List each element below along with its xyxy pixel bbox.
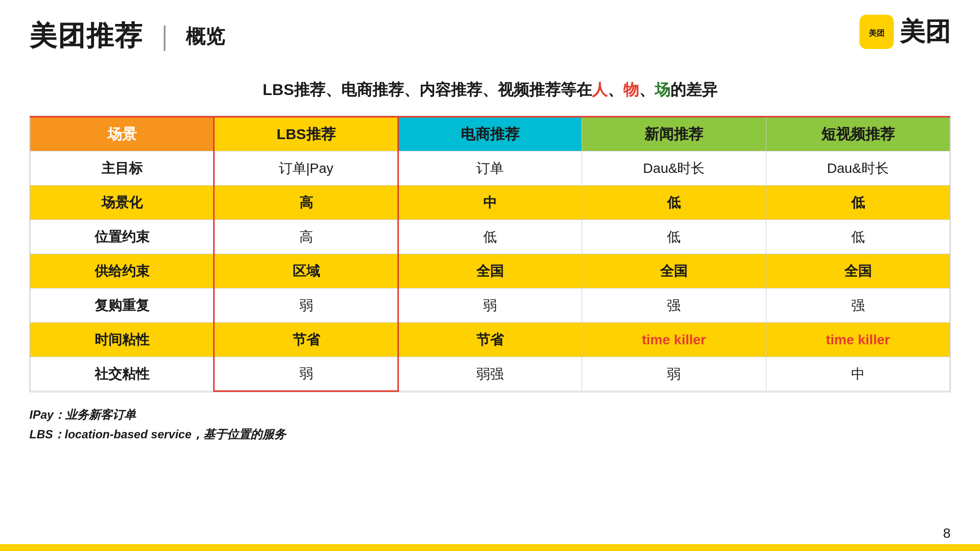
cell-video: 低 [766,186,950,220]
cell-lbs: 区域 [214,254,398,288]
cell-ecom: 低 [398,220,582,254]
cell-lbs: 高 [214,186,398,220]
cell-lbs: 节省 [214,323,398,357]
footnote-ipay: IPay：业务新客订单 [29,407,951,423]
cell-ecom: 全国 [398,254,582,288]
bottom-bar [0,544,980,551]
cell-ecom: 弱 [398,288,582,323]
cell-news: 低 [582,220,766,254]
cell-scene: 场景化 [30,186,214,220]
cell-video: 强 [766,288,950,323]
cell-video: 全国 [766,254,950,288]
page-subtitle: 概览 [186,23,225,50]
highlight-place: 场 [655,81,670,98]
comparison-table: 场景 LBS推荐 电商推荐 新闻推荐 短视频推荐 主目标 订单|Pay 订单 D… [29,116,951,392]
cell-lbs: 弱 [214,288,398,323]
cell-lbs: 弱 [214,357,398,391]
cell-scene: 供给约束 [30,254,214,288]
page-number: 8 [943,526,951,541]
col-header-lbs: LBS推荐 [214,117,398,151]
sep1: 、 [608,81,623,98]
footer-notes: IPay：业务新客订单 LBS：location-based service，基… [29,407,951,442]
cell-scene: 位置约束 [30,220,214,254]
cell-ecom: 中 [398,186,582,220]
table-row: 供给约束 区域 全国 全国 全国 [30,254,950,288]
cell-ecom: 弱强 [398,357,582,391]
cell-news: 低 [582,186,766,220]
cell-scene: 时间粘性 [30,323,214,357]
sep2: 、 [639,81,655,98]
table-row: 场景化 高 中 低 低 [30,186,950,220]
cell-news: 强 [582,288,766,323]
col-header-scene: 场景 [30,117,214,151]
cell-video: Dau&时长 [766,151,950,186]
table-row: 主目标 订单|Pay 订单 Dau&时长 Dau&时长 [30,151,950,186]
col-header-ecom: 电商推荐 [398,117,582,151]
page-header: 美团推荐 ｜ 概览 [0,0,980,65]
cell-scene: 社交粘性 [30,357,214,391]
cell-ecom: 订单 [398,151,582,186]
cell-news: 全国 [582,254,766,288]
cell-news: 弱 [582,357,766,391]
svg-text:美团: 美团 [868,28,884,37]
table-row: 位置约束 高 低 低 低 [30,220,950,254]
cell-news: Dau&时长 [582,151,766,186]
table-row: 复购重复 弱 弱 强 强 [30,288,950,323]
logo-text: 美团 [900,15,951,49]
table-header-row: 场景 LBS推荐 电商推荐 新闻推荐 短视频推荐 [30,117,950,151]
time-killer-1: time killer [642,332,706,347]
cell-video: time killer [766,323,950,357]
col-header-video: 短视频推荐 [766,117,950,151]
table-row: 社交粘性 弱 弱强 弱 中 [30,357,950,391]
comparison-text-before: LBS推荐、电商推荐、内容推荐、视频推荐等在 [263,81,592,98]
time-killer-2: time killer [826,332,890,347]
cell-news: time killer [582,323,766,357]
cell-lbs: 订单|Pay [214,151,398,186]
comparison-title: LBS推荐、电商推荐、内容推荐、视频推荐等在人、物、场的差异 [0,79,980,101]
logo-area: 美团 美团 [859,15,951,49]
cell-video: 中 [766,357,950,391]
cell-scene: 主目标 [30,151,214,186]
footnote-lbs: LBS：location-based service，基于位置的服务 [29,427,951,442]
cell-scene: 复购重复 [30,288,214,323]
table-row: 时间粘性 节省 节省 time killer time killer [30,323,950,357]
header-divider: ｜ [152,19,177,53]
cell-video: 低 [766,220,950,254]
highlight-thing: 物 [623,81,639,98]
cell-lbs: 高 [214,220,398,254]
comparison-text-after: 的差异 [670,81,717,98]
cell-ecom: 节省 [398,323,582,357]
logo-icon: 美团 [859,15,894,49]
col-header-news: 新闻推荐 [582,117,766,151]
highlight-people: 人 [592,81,608,98]
page-title-main: 美团推荐 [29,18,143,55]
